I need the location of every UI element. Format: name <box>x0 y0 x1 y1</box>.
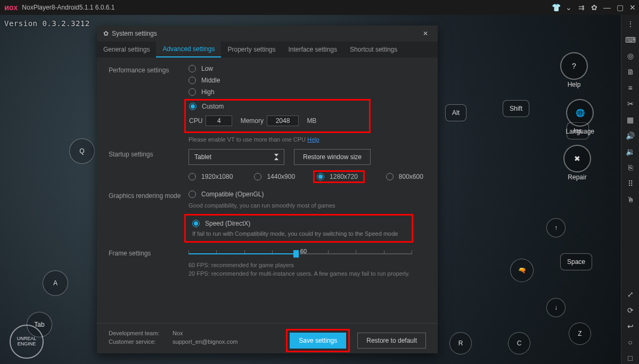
memory-input[interactable] <box>267 115 299 126</box>
vt-help-link[interactable]: Help <box>307 136 320 143</box>
tab-advanced[interactable]: Advanced settings <box>156 42 221 57</box>
scissors-icon[interactable]: ✂ <box>624 98 637 110</box>
globe-icon: 🌐 <box>566 99 594 127</box>
memory-unit: MB <box>307 117 316 125</box>
rotate-icon[interactable]: ⟳ <box>624 304 637 316</box>
arrow-up-icon[interactable]: ↑ <box>546 218 566 237</box>
location-icon[interactable]: ◎ <box>624 50 637 62</box>
gear-icon[interactable]: ✿ <box>588 1 601 14</box>
radio-1280[interactable] <box>317 173 324 180</box>
dialog-tabs: General settings Advanced settings Prope… <box>97 42 438 57</box>
key-alt[interactable]: Alt <box>445 104 466 121</box>
radio-1920[interactable] <box>189 173 196 180</box>
dialog-footer: Development team:Nox Customer service:su… <box>97 323 438 353</box>
key-overlay-q[interactable]: Q <box>69 138 95 164</box>
compatible-hint: Good compatibility, you can run smoothly… <box>189 202 426 209</box>
save-settings-button[interactable]: Save settings <box>290 333 346 349</box>
fps-slider[interactable]: 60 <box>189 249 412 259</box>
radio-middle[interactable] <box>189 77 196 84</box>
key-r[interactable]: R <box>449 332 472 354</box>
dev-team-value: Nox <box>173 330 183 336</box>
double-chevron-icon[interactable]: ⇉ <box>575 1 588 14</box>
playlist-icon[interactable]: ≡ <box>624 82 637 94</box>
pistol-icon[interactable]: 🔫 <box>510 259 534 282</box>
cpu-label: CPU <box>189 117 202 125</box>
volume-icon[interactable]: 🔊 <box>624 130 637 142</box>
key-space[interactable]: Space <box>560 253 592 270</box>
volume-down-icon[interactable]: 🔉 <box>624 146 637 158</box>
support-label: Customer service: <box>109 338 173 345</box>
startup-mode-select[interactable]: Tablet <box>189 149 284 165</box>
radio-800[interactable] <box>386 173 394 180</box>
keyboard-icon[interactable]: ⌨ <box>624 34 637 46</box>
radio-high[interactable] <box>189 88 196 96</box>
support-value: support_en@bignox.com <box>173 338 237 345</box>
recent-icon[interactable]: □ <box>624 352 637 364</box>
startup-label: Startup settings <box>109 149 189 158</box>
sidebar-toolbar: ⋮ ⌨ ◎ 🗎 ≡ ✂ ▦ 🔊 🔉 ⎘ ⠿ 🖱 ⤢ ⟳ ↩ ○ □ <box>621 15 639 364</box>
nox-logo: ᴎox <box>4 3 18 12</box>
key-z[interactable]: Z <box>569 322 591 345</box>
radio-speed[interactable] <box>192 220 200 227</box>
dev-team-label: Development team: <box>109 330 173 336</box>
dialog-close-button[interactable]: ✕ <box>420 30 431 37</box>
fullscreen-icon[interactable]: ⤢ <box>624 288 637 300</box>
tab-interface[interactable]: Interface settings <box>282 42 343 57</box>
maximize-button[interactable]: ▢ <box>613 1 626 14</box>
close-button[interactable]: ✕ <box>626 1 639 14</box>
hud-language[interactable]: 🌐 Language <box>566 99 594 135</box>
file-icon[interactable]: 🗎 <box>624 66 637 78</box>
restore-window-size-button[interactable]: Restore window size <box>294 149 371 165</box>
key-c[interactable]: C <box>508 332 530 354</box>
restore-default-button[interactable]: Restore to default <box>357 333 426 349</box>
speed-hint: If fail to run with Compatibility mode, … <box>192 230 405 237</box>
wrench-icon: ✖ <box>563 145 591 172</box>
chevron-down-icon[interactable]: ⌄ <box>562 1 575 14</box>
radio-low[interactable] <box>189 65 196 72</box>
radio-1440[interactable] <box>254 173 261 180</box>
minimize-button[interactable]: — <box>601 1 613 14</box>
help-icon: ? <box>560 52 588 80</box>
tab-shortcut[interactable]: Shortcut settings <box>343 42 404 57</box>
tab-general[interactable]: General settings <box>97 42 156 57</box>
cpu-input[interactable] <box>206 115 232 126</box>
grid-icon[interactable]: ⠿ <box>624 178 637 189</box>
version-label: Version 0.3.2.3212 <box>4 19 90 28</box>
frame-label: Frame settings <box>109 248 189 257</box>
emulator-screen: Version 0.3.2.3212 ⋮ Q A Tab Alt Shift I… <box>0 15 621 364</box>
gear-icon: ✿ <box>103 30 109 37</box>
key-shift[interactable]: Shift <box>503 100 529 117</box>
back-icon[interactable]: ↩ <box>624 320 637 332</box>
system-settings-dialog: ✿ System settings ✕ General settings Adv… <box>97 26 438 353</box>
fps-hint1: 60 FPS: recommended for game players <box>189 262 426 268</box>
hud-help[interactable]: ? Help <box>560 52 588 88</box>
radio-custom[interactable] <box>189 103 196 110</box>
fps-value: 60 <box>300 248 307 254</box>
arrow-down-icon[interactable]: ↓ <box>546 298 566 317</box>
key-overlay-a[interactable]: A <box>43 270 68 296</box>
fps-hint2: 20 FPS: recommended for multi-instance u… <box>189 270 426 277</box>
home-icon[interactable]: ○ <box>624 336 637 348</box>
unreal-logo: UNREAL ENGINE <box>10 325 44 359</box>
graphics-label: Graphics rendering mode <box>109 191 189 200</box>
window-titlebar: ᴎox NoxPlayer8-Android5.1.1 6.0.6.1 👕 ⌄ … <box>0 0 639 15</box>
shirt-icon[interactable]: 👕 <box>550 1 562 14</box>
tab-property[interactable]: Property settings <box>221 42 282 57</box>
window-title: NoxPlayer8-Android5.1.1 6.0.6.1 <box>22 4 114 11</box>
memory-label: Memory <box>241 117 264 125</box>
mouse-icon[interactable]: 🖱 <box>624 194 637 205</box>
video-icon[interactable]: ▦ <box>624 114 637 126</box>
dialog-title: System settings <box>112 30 157 37</box>
radio-compatible[interactable] <box>189 191 196 198</box>
hud-repair[interactable]: ✖ Repair <box>563 145 591 181</box>
vt-hint: Please enable VT to use more than one CP… <box>189 136 307 143</box>
more-icon[interactable]: ⋮ <box>624 18 637 30</box>
apk-icon[interactable]: ⎘ <box>624 162 637 173</box>
performance-label: Performance settings <box>109 65 189 74</box>
